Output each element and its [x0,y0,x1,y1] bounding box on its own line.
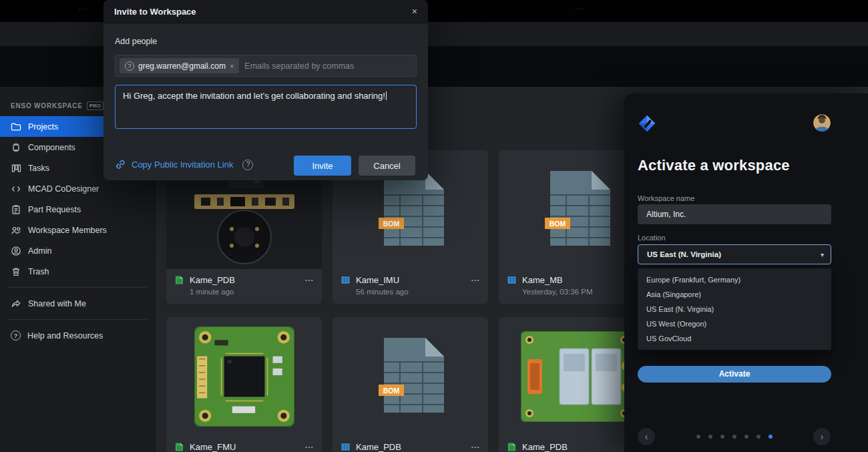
more-menu-icon[interactable]: ••• [305,277,314,283]
chip-remove-icon[interactable]: × [230,62,234,70]
project-type-icon [174,275,184,285]
project-type-icon [341,275,351,285]
copy-link-label: Copy Public Invitation Link [132,160,233,170]
sidebar-divider [8,287,147,288]
invite-message-text: Hi Greg, accept the invitation and let’s… [123,91,385,101]
email-chip-text: greg.warren@gmail.com [138,61,226,71]
location-option[interactable]: US West (Oregon) [638,316,831,331]
sidebar-item-mcad-codesigner[interactable]: MCAD CoDesigner [0,178,155,199]
user-avatar[interactable] [813,114,831,132]
sidebar-item-label: Projects [28,122,58,132]
invite-button[interactable]: Invite [294,156,351,176]
more-menu-icon[interactable]: ••• [471,444,480,450]
carousel-dot-active[interactable] [769,435,773,439]
project-time: 56 minutes ago [356,288,480,296]
carousel-dots [638,435,831,439]
members-icon [11,225,21,236]
activate-button[interactable]: Activate [638,366,831,383]
invite-to-workspace-modal: Invite to Workspace × Add people ? greg.… [103,0,428,180]
project-name: Kame_IMU [356,275,466,285]
project-type-icon [174,442,184,452]
sidebar-item-workspace-members[interactable]: Workspace Members [0,220,155,240]
pro-badge: PRO [87,101,103,110]
help-icon: ? [11,330,21,341]
project-name: Kame_FMU [190,442,300,452]
sidebar-item-shared-with-me[interactable]: Shared with Me [0,293,155,314]
admin-icon [11,246,21,256]
location-option[interactable]: Asia (Singapore) [638,287,831,302]
project-card[interactable]: BOM Kame_PDB ••• [333,317,488,452]
chevron-down-icon: ▾ [821,251,824,258]
tasks-icon [11,163,21,174]
shared-icon [11,298,21,309]
project-type-icon [507,275,517,285]
sidebar-item-admin[interactable]: Admin [0,240,155,261]
location-dropdown: Europe (Frankfurt, Germany) Asia (Singap… [638,268,831,350]
project-thumbnail: BOM [333,317,488,436]
text-cursor [386,91,387,100]
sidebar-item-label: Admin [28,246,51,256]
more-menu-icon[interactable]: ••• [305,444,314,450]
invite-message-input[interactable]: Hi Greg, accept the invitation and let’s… [115,85,417,129]
sidebar-item-label: MCAD CoDesigner [28,184,99,194]
menubar-artifact: ··· [576,6,585,12]
location-option[interactable]: Europe (Frankfurt, Germany) [638,272,831,287]
help-icon[interactable]: ? [242,160,253,170]
carousel-dot[interactable] [756,435,761,439]
carousel-dot[interactable] [708,435,712,439]
sidebar-item-label: Components [28,143,75,152]
sidebar-divider [8,319,147,320]
add-people-label: Add people [115,37,157,46]
location-selected-value: US East (N. Virginia) [647,250,821,258]
project-type-icon [341,442,351,452]
workspace-name-label: Workspace name [638,194,694,202]
sidebar-item-trash[interactable]: Trash [0,261,155,282]
sidebar-item-part-requests[interactable]: Part Requests [0,199,155,220]
location-option[interactable]: US East (N. Virginia) [638,302,831,316]
project-type-icon [507,442,517,452]
project-name: Kame_PDB [522,442,632,452]
sidebar-item-label: Tasks [28,164,49,173]
menubar-artifact: ··· [79,6,88,12]
sidebar-item-label: Workspace Members [28,226,107,235]
more-menu-icon[interactable]: ••• [471,277,480,283]
trash-icon [11,266,21,277]
modal-title: Invite to Workspace [114,7,412,17]
folder-icon [11,122,21,132]
sidebar-item-label: Help and Resources [27,331,103,341]
carousel-dot[interactable] [720,435,724,439]
sidebar-item-label: Trash [28,267,49,276]
part-requests-icon [11,204,21,215]
carousel-dot[interactable] [696,435,700,439]
mcad-icon [11,184,21,194]
bom-badge: BOM [549,220,566,228]
copy-invitation-link[interactable]: Copy Public Invitation Link ? [115,159,253,170]
workspace-name-input[interactable]: Altium, Inc. [638,204,831,224]
bom-badge: BOM [383,387,399,395]
workspace-label: ENSO WORKSPACE [11,102,83,109]
project-card[interactable]: Kame_FMU ••• [166,317,322,452]
location-label: Location [638,234,666,242]
project-name: Kame_PDB [190,275,300,285]
panel-title: Activate a workspace [638,157,790,174]
project-name: Kame_PDB [356,442,466,452]
location-select[interactable]: US East (N. Virginia) ▾ [638,244,831,264]
project-time: 1 minute ago [190,288,314,296]
email-chip[interactable]: ? greg.warren@gmail.com × [120,58,239,73]
sidebar-item-label: Part Requests [28,205,81,214]
link-icon [115,159,126,170]
sidebar-item-help-and-resources[interactable]: ? Help and Resources [0,325,155,346]
components-icon [11,142,21,153]
activate-workspace-panel: Activate a workspace Workspace name Alti… [624,93,868,452]
invite-email-input[interactable]: ? greg.warren@gmail.com × Emails separat… [115,55,417,77]
email-placeholder: Emails separated by commas [244,61,354,71]
unknown-user-icon: ? [125,61,134,71]
carousel-dot[interactable] [732,435,736,439]
carousel-dot[interactable] [744,435,748,439]
workspace-header: ENSO WORKSPACE PRO [11,101,103,110]
close-icon[interactable]: × [412,6,417,17]
bom-badge: BOM [383,220,399,228]
carousel-next-button[interactable]: › [813,428,831,445]
location-option[interactable]: US GovCloud [638,331,831,346]
cancel-button[interactable]: Cancel [359,156,415,176]
